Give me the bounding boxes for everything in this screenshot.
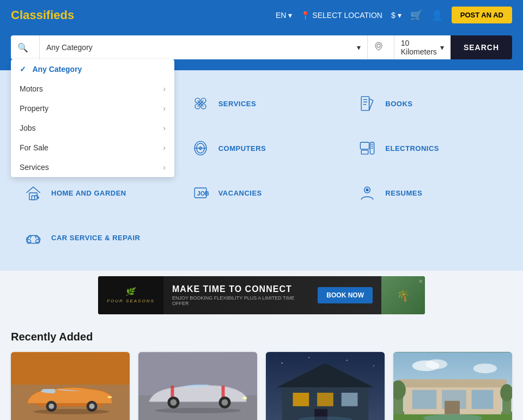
svg-point-49: [89, 404, 95, 409]
svg-rect-71: [342, 393, 358, 406]
location-pin-icon: 📍: [301, 11, 310, 20]
svg-rect-87: [445, 401, 460, 415]
services-icon: [189, 92, 212, 115]
km-label: 10 Kilometers: [401, 39, 437, 56]
chevron-down-icon: ▾: [288, 11, 292, 20]
svg-point-63: [282, 362, 283, 363]
listing-card[interactable]: 2007 Audi A3 3.2 quattro Hatchback, 2007…: [11, 352, 130, 420]
dropdown-item-motors[interactable]: Motors ›: [11, 79, 174, 99]
svg-point-60: [242, 397, 247, 399]
chevron-down-icon: ▾: [398, 11, 402, 20]
chevron-right-icon: ›: [163, 84, 166, 93]
category-dropdown[interactable]: Any Category ▾: [39, 35, 367, 59]
category-home-garden[interactable]: HOME AND GARDEN: [11, 171, 178, 215]
chevron-right-icon: ›: [163, 104, 166, 113]
user-icon[interactable]: 👤: [431, 9, 443, 21]
dropdown-item-any-category[interactable]: ✓ Any Category: [11, 59, 174, 79]
km-selector[interactable]: 10 Kilometers ▾: [394, 35, 451, 59]
currency-selector[interactable]: $ ▾: [391, 11, 402, 20]
svg-point-59: [222, 399, 228, 406]
computers-icon: [189, 137, 212, 160]
category-dropdown-menu: ✓ Any Category Motors › Property › Jobs …: [11, 59, 174, 177]
ad-close-icon[interactable]: ✕: [418, 278, 423, 284]
svg-point-50: [107, 396, 112, 398]
svg-point-64: [308, 357, 309, 358]
svg-point-79: [425, 360, 447, 369]
category-computers[interactable]: COMPUTERS: [178, 126, 345, 171]
card-image: [11, 352, 130, 420]
location-label: SELECT LOCATION: [312, 11, 382, 20]
svg-rect-27: [362, 150, 369, 154]
category-computers-label: COMPUTERS: [218, 144, 266, 153]
recently-added-section: Recently Added: [0, 320, 523, 420]
resumes-icon: [356, 181, 379, 204]
svg-rect-32: [29, 193, 37, 200]
recently-added-title: Recently Added: [11, 331, 512, 343]
post-ad-button[interactable]: POST AN AD: [452, 7, 512, 23]
svg-rect-70: [317, 393, 333, 406]
listing-card[interactable]: Ford Mustang Shelby GT500 Convertible, 2…: [138, 352, 257, 420]
dropdown-item-for-sale[interactable]: For Sale ›: [11, 138, 174, 157]
dropdown-item-label: Motors: [20, 84, 43, 93]
dropdown-item-property[interactable]: Property ›: [11, 99, 174, 118]
dropdown-item-label: Property: [20, 104, 48, 113]
category-resumes[interactable]: RESUMES: [345, 171, 512, 215]
search-bar: 🔍 Any Category ▾ ✓ Any Category Motors ›…: [0, 30, 523, 70]
chevron-right-icon: ›: [163, 163, 166, 172]
location-selector[interactable]: 📍 SELECT LOCATION: [301, 11, 382, 20]
keyword-field: 🔍: [11, 35, 39, 59]
category-vacancies[interactable]: JOB VACANCIES: [178, 171, 345, 215]
category-home-garden-label: HOME AND GARDEN: [51, 189, 126, 197]
electronics-icon: [356, 137, 379, 160]
ad-brand-name: FOUR SEASONS: [107, 299, 155, 303]
svg-text:JOB: JOB: [197, 190, 209, 197]
cart-icon[interactable]: 🛒: [410, 9, 422, 21]
search-button[interactable]: SEARCH: [451, 35, 512, 59]
svg-rect-84: [412, 390, 437, 409]
ad-book-button[interactable]: BOOK NOW: [318, 287, 373, 303]
svg-rect-14: [362, 96, 369, 110]
listing-card[interactable]: 2729 Duncan St 11 🛏 3 🚿 1 ⬜ 50 m S: [393, 352, 512, 420]
dropdown-item-services[interactable]: Services ›: [11, 157, 174, 177]
ad-tagline: MAKE TIME TO CONNECT: [172, 284, 309, 294]
svg-rect-69: [293, 393, 309, 406]
category-label: Any Category: [46, 43, 93, 52]
chevron-right-icon: ›: [163, 124, 166, 132]
logo: Classifieds: [11, 8, 74, 22]
svg-rect-86: [472, 390, 494, 409]
dropdown-item-label: For Sale: [20, 143, 48, 152]
home-icon: [22, 181, 45, 204]
cards-grid: 2007 Audi A3 3.2 quattro Hatchback, 2007…: [11, 352, 512, 420]
category-books[interactable]: BOOKS: [345, 81, 512, 126]
currency-label: $: [391, 11, 396, 20]
svg-point-57: [170, 399, 177, 406]
svg-rect-83: [399, 379, 507, 387]
category-electronics-label: ELECTRONICS: [385, 144, 439, 153]
chevron-right-icon: ›: [163, 143, 166, 152]
vacancies-icon: JOB: [189, 181, 212, 204]
ad-text: MAKE TIME TO CONNECT ENJOY BOOKING FLEXI…: [163, 284, 318, 306]
category-books-label: BOOKS: [385, 100, 412, 108]
category-car-service-label: CAR SERVICE & REPAIR: [51, 234, 140, 242]
category-electronics[interactable]: ELECTRONICS: [345, 126, 512, 171]
language-selector[interactable]: EN ▾: [276, 11, 292, 20]
card-image: [138, 352, 257, 420]
location-icon: [374, 42, 383, 53]
svg-point-51: [34, 409, 110, 415]
category-services[interactable]: SERVICES: [178, 81, 345, 126]
search-icon: 🔍: [17, 42, 28, 53]
card-image: [393, 352, 512, 420]
chevron-down-icon: ▾: [440, 43, 444, 52]
check-icon: ✓: [20, 65, 26, 74]
category-car-service[interactable]: CAR SERVICE & REPAIR: [11, 215, 178, 260]
header: Classifieds EN ▾ 📍 SELECT LOCATION $ ▾ 🛒…: [0, 0, 523, 30]
dropdown-item-jobs[interactable]: Jobs ›: [11, 118, 174, 138]
listing-card[interactable]: 1454 Hanover St 30 🛏 3 🚿 4 ⬜ 73 m: [266, 352, 385, 420]
svg-point-38: [366, 188, 369, 191]
ad-brand: 🌿 FOUR SEASONS: [98, 276, 163, 314]
svg-point-61: [155, 408, 241, 413]
language-label: EN: [276, 11, 286, 20]
dropdown-item-label: Services: [20, 163, 49, 172]
ad-banner: 🌿 FOUR SEASONS MAKE TIME TO CONNECT ENJO…: [98, 276, 425, 314]
carservice-icon: [22, 226, 45, 249]
